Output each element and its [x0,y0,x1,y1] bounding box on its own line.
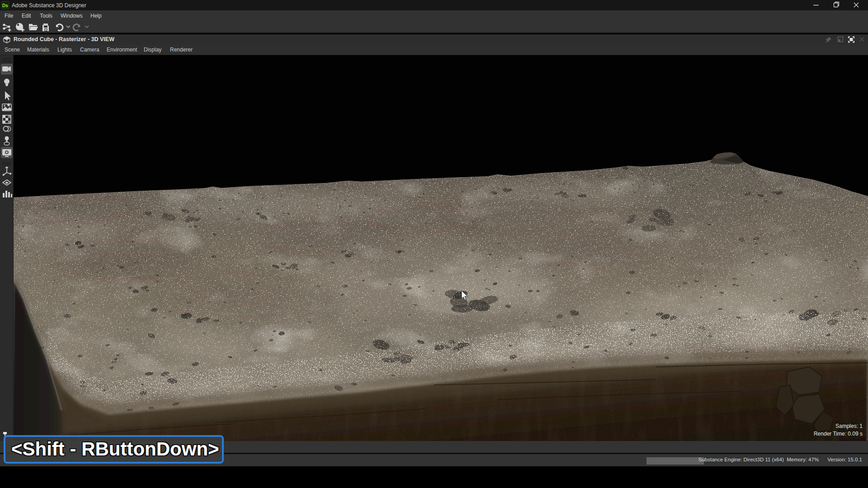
svg-text:Ds: Ds [2,3,8,8]
svg-text:Samples: 1: Samples: 1 [835,423,863,429]
svg-text:Render Time: 0.09 s: Render Time: 0.09 s [814,431,863,437]
